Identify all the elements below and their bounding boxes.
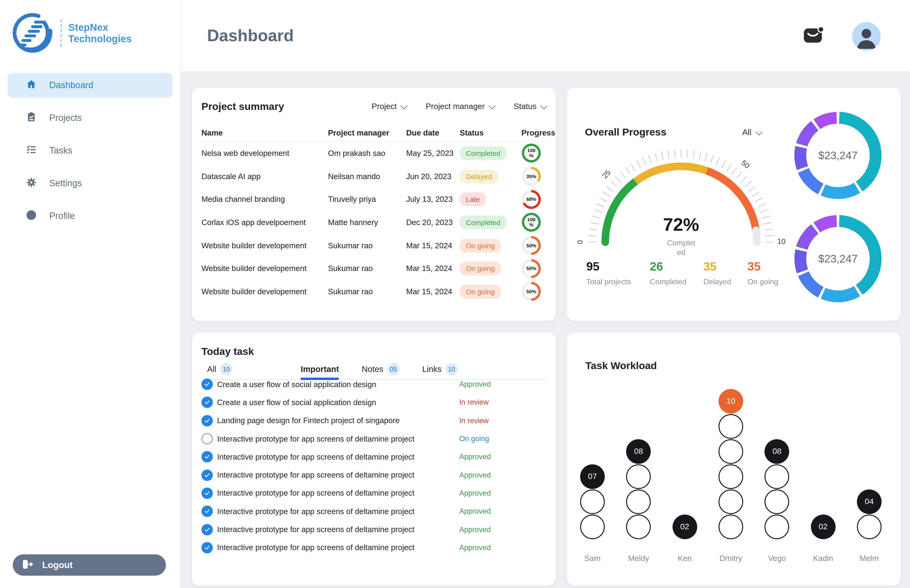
filter-dropdown-status[interactable]: Status [514, 102, 546, 111]
sidebar-item-label: Projects [49, 113, 82, 123]
stat-value: 26 [650, 260, 703, 273]
donut-center-value: $23,247 [818, 252, 858, 265]
cell-name: Website builder developement [201, 264, 328, 273]
sidebar-item-profile[interactable]: Profile [8, 204, 173, 228]
workload-value-bubble: 02 [672, 515, 697, 539]
tab-count-badge: 05 [387, 363, 399, 375]
mail-icon[interactable] [803, 26, 825, 45]
overall-progress-title: Overall Progress [585, 126, 666, 138]
column-header: Status [460, 128, 521, 137]
task-text: Interactive prototype for app screens of… [217, 543, 459, 552]
cell-manager: Om prakash sao [328, 149, 406, 158]
progress-ring-text: 50% [525, 289, 537, 294]
svg-text:0: 0 [577, 240, 584, 244]
workload-empty-bubble [580, 489, 605, 514]
stepnex-logo-icon [12, 12, 54, 54]
progress-ring: 35% [522, 167, 541, 186]
project-summary-title: Project summary [201, 101, 284, 113]
task-checkbox[interactable] [201, 524, 213, 535]
revenue-donut-chart: $23,247 [794, 215, 882, 302]
project-summary-card: Project summary ProjectProject managerSt… [192, 88, 556, 321]
task-status: In review [459, 416, 489, 425]
task-text: Interactive prototype for app screens of… [217, 525, 459, 534]
workload-label: Melm [857, 554, 882, 563]
workload-label: Dmitry [719, 554, 743, 563]
sidebar-item-projects[interactable]: Projects [8, 106, 173, 130]
cell-due: July 13, 2023 [406, 195, 460, 204]
chevron-down-icon [541, 103, 547, 109]
workload-empty-bubble [719, 464, 743, 489]
table-row: Website builder developementSukumar raoM… [201, 234, 546, 257]
workload-value-bubble: 08 [626, 439, 651, 464]
workload-column-dmitry: 10 [719, 389, 743, 539]
cell-due: Mar 15, 2024 [406, 264, 460, 273]
progress-ring-value: 100 % [524, 146, 538, 160]
cell-status: Completed [460, 146, 521, 160]
workload-column-kadin: 02 [811, 514, 836, 539]
filter-dropdown-project[interactable]: Project [372, 102, 406, 111]
task-checkbox[interactable] [201, 506, 213, 517]
progress-stats: 95Total projects26Completed35Delayed35On… [586, 260, 778, 286]
workload-empty-bubble [765, 489, 789, 514]
status-badge: Completed [460, 146, 506, 160]
task-checkbox[interactable] [201, 379, 213, 390]
tab-label: All [207, 364, 217, 374]
brand-line2: Technologies [68, 33, 132, 45]
cell-name: Website builder developement [201, 241, 328, 250]
progress-ring-value: 100 % [524, 215, 538, 229]
task-status: Approved [459, 507, 491, 515]
workload-empty-bubble [857, 515, 882, 539]
workload-label: Vego [765, 554, 789, 563]
cell-status: Delayed [460, 170, 521, 183]
table-row: Website builder developementSukumar raoM… [201, 257, 546, 280]
stat-value: 95 [586, 260, 650, 273]
stat-delayed: 35Delayed [703, 260, 747, 286]
sidebar-item-dashboard[interactable]: Dashboard [8, 73, 173, 98]
project-summary-table: NameProject managerDue dateStatusProgres… [201, 124, 546, 303]
task-text: Create a user flow of social application… [217, 398, 459, 407]
sidebar-menu: DashboardProjectsTasksSettingsProfile [0, 73, 180, 228]
progress-ring-value: 68% [524, 192, 538, 206]
dashboard-page: StepNex Technologies DashboardProjectsTa… [0, 0, 910, 588]
cell-manager: Neilsan mando [328, 172, 406, 181]
task-text: Create a user flow of social application… [217, 380, 459, 389]
chevron-down-icon [401, 103, 407, 109]
sidebar-item-settings[interactable]: Settings [8, 171, 173, 196]
workload-label: Meldy [626, 554, 651, 563]
progress-ring: 50% [522, 236, 541, 255]
task-checkbox[interactable] [201, 542, 213, 553]
progress-ring: 50% [522, 282, 541, 301]
workload-column-meldy: 08 [626, 439, 651, 539]
task-checkbox[interactable] [201, 488, 213, 499]
task-row: Interactive prototype for app screens of… [201, 466, 546, 484]
column-header: Due date [406, 128, 460, 137]
task-row: Interactive prototype for app screens of… [201, 502, 546, 520]
user-avatar[interactable] [852, 22, 881, 51]
stat-label: On going [747, 278, 778, 286]
profile-icon [26, 209, 37, 223]
filter-dropdown-project-manager[interactable]: Project manager [426, 102, 494, 111]
cell-name: Website builder developement [201, 287, 328, 296]
cell-name: Media channel branding [201, 195, 328, 204]
task-checkbox[interactable] [201, 451, 213, 463]
cell-manager: Sukumar rao [328, 241, 406, 250]
logout-button[interactable]: Logout [13, 554, 166, 576]
task-checkbox[interactable] [201, 433, 213, 444]
task-checkbox[interactable] [201, 469, 213, 481]
table-row: Website builder developementSukumar raoM… [201, 280, 546, 303]
progress-ring: 100 % [522, 213, 541, 232]
cell-manager: Tiruvelly priya [328, 195, 406, 204]
workload-column-melm: 04 [857, 489, 882, 539]
cell-status: Completed [460, 216, 521, 229]
task-checkbox[interactable] [201, 397, 213, 408]
donut-center-value: $23,247 [818, 149, 858, 162]
home-icon [26, 78, 37, 92]
workload-column-vego: 08 [765, 439, 789, 539]
sidebar-item-tasks[interactable]: Tasks [8, 138, 173, 163]
overall-progress-filter-dropdown[interactable]: All [742, 128, 761, 137]
task-checkbox[interactable] [201, 415, 213, 426]
tab-count-badge: 10 [445, 363, 457, 375]
workload-value-bubble: 02 [811, 515, 836, 539]
cell-status: On going [460, 262, 521, 276]
progress-ring-value: 50% [524, 262, 538, 276]
